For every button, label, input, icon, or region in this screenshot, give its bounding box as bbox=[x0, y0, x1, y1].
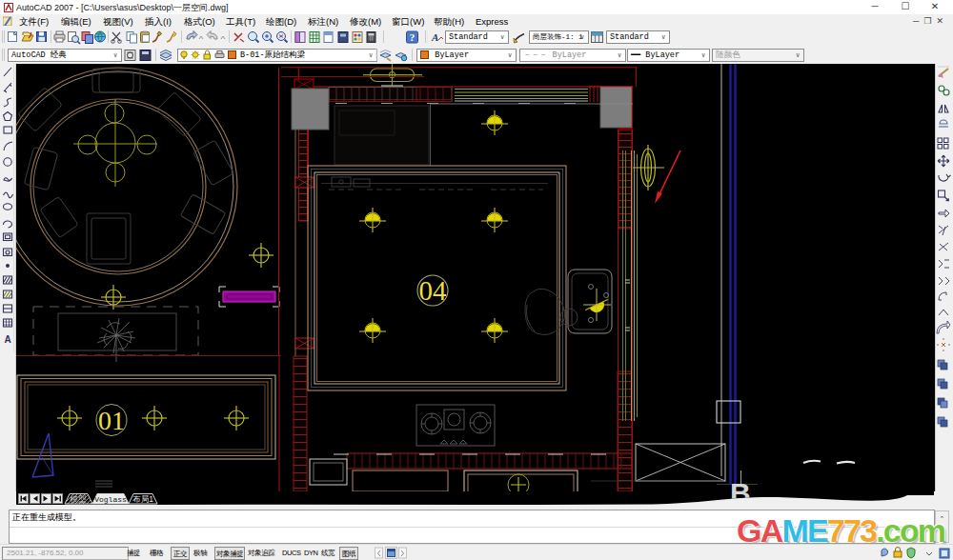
svg-text:A: A bbox=[4, 334, 10, 345]
svg-text:模型: 模型 bbox=[70, 494, 88, 504]
svg-text:01: 01 bbox=[98, 406, 125, 435]
svg-text:04: 04 bbox=[419, 275, 448, 306]
svg-text:A: A bbox=[431, 31, 438, 43]
svg-text:B: B bbox=[730, 477, 751, 491]
svg-text:布局1: 布局1 bbox=[132, 494, 153, 504]
svg-text:Voglass: Voglass bbox=[94, 495, 127, 504]
svg-text:?: ? bbox=[410, 31, 416, 43]
